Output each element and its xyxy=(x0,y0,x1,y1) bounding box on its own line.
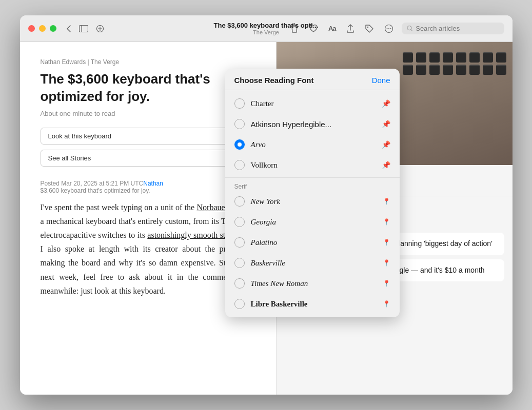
author-link[interactable]: Nathan xyxy=(143,180,163,187)
font-radio-librebaskerville xyxy=(234,299,245,309)
see-all-stories-button[interactable]: See all Stories xyxy=(41,150,255,167)
body-text-1: I've spent the past week typing on a uni… xyxy=(41,203,197,212)
font-item-tnr[interactable]: Times New Roman 📍 xyxy=(225,273,400,294)
pin-icon-baskerville: 📍 xyxy=(383,259,390,266)
font-item-newyork[interactable]: New York 📍 xyxy=(225,191,400,212)
back-button[interactable] xyxy=(65,23,73,34)
posted-text: Posted Mar 20, 2025 at 5:21 PM UTC xyxy=(41,180,144,187)
font-item-librebaskerville[interactable]: Libre Baskerville 📍 xyxy=(225,294,400,314)
font-picker-header: Choose Reading Font Done xyxy=(225,69,400,90)
article-read-time: About one minute to read xyxy=(41,110,255,117)
content-area: Nathan Edwards | The Verge The $3,600 ke… xyxy=(20,42,513,395)
font-radio-georgia xyxy=(234,217,245,227)
more-button[interactable] xyxy=(382,22,396,35)
nav-buttons xyxy=(65,23,106,34)
font-radio-atkinson xyxy=(234,119,245,129)
font-item-baskerville[interactable]: Baskerville 📍 xyxy=(225,253,400,273)
font-button[interactable]: Aa xyxy=(326,23,338,34)
font-name-tnr: Times New Roman xyxy=(251,279,383,288)
font-item-georgia[interactable]: Georgia 📍 xyxy=(225,212,400,232)
maximize-button[interactable] xyxy=(50,25,56,32)
pin-icon-atkinson: 📌 xyxy=(382,120,390,128)
font-picker-title: Choose Reading Font xyxy=(234,76,314,85)
article-posted: Posted Mar 20, 2025 at 5:21 PM UTCNathan… xyxy=(41,180,255,194)
svg-point-8 xyxy=(386,28,387,29)
font-list: Charter 📌 Atkinson Hyperlegible... 📌 Arv… xyxy=(225,90,400,317)
svg-point-7 xyxy=(388,28,389,29)
minimize-button[interactable] xyxy=(39,25,46,32)
tag-button[interactable] xyxy=(363,22,376,35)
article-headline: The $3,600 keyboard that's optimized for… xyxy=(41,71,255,106)
pin-icon-georgia: 📍 xyxy=(383,218,390,225)
font-item-vollkorn[interactable]: Vollkorn 📌 xyxy=(225,155,400,175)
font-name-charter: Charter xyxy=(251,99,382,108)
font-name-georgia: Georgia xyxy=(251,218,383,227)
font-icon-label: Aa xyxy=(328,25,336,32)
font-name-palatino: Palatino xyxy=(251,238,383,247)
traffic-lights xyxy=(28,25,56,32)
pin-icon-palatino: 📍 xyxy=(383,239,390,246)
window-article-source: The Verge xyxy=(214,29,319,35)
look-keyboard-button[interactable]: Look at this keyboard xyxy=(41,128,255,145)
pin-icon-charter: 📌 xyxy=(382,99,390,108)
window-title-area: The $3,600 keyboard that's opti... The V… xyxy=(214,22,319,35)
font-radio-baskerville xyxy=(234,258,245,268)
app-window: The $3,600 keyboard that's opti... The V… xyxy=(20,15,513,395)
font-radio-charter xyxy=(234,98,245,109)
done-button[interactable]: Done xyxy=(372,76,390,85)
pin-icon-librebaskerville: 📍 xyxy=(383,300,390,308)
search-icon xyxy=(407,25,413,32)
font-radio-arvo xyxy=(234,139,245,150)
font-name-arvo: Arvo xyxy=(251,140,382,149)
font-name-atkinson: Atkinson Hyperlegible... xyxy=(251,120,382,129)
font-item-arvo[interactable]: Arvo 📌 xyxy=(225,134,400,155)
font-name-newyork: New York xyxy=(251,197,383,206)
svg-point-5 xyxy=(367,26,368,27)
svg-line-11 xyxy=(411,30,412,31)
font-divider xyxy=(225,177,400,178)
font-name-librebaskerville: Libre Baskerville xyxy=(251,300,383,309)
body-text-3: . I also spoke at length with its creato… xyxy=(41,231,255,295)
window-article-title: The $3,600 keyboard that's opti... xyxy=(214,22,319,29)
titlebar: The $3,600 keyboard that's opti... The V… xyxy=(20,15,513,42)
font-picker-popup: Choose Reading Font Done Charter 📌 Atkin… xyxy=(225,69,400,317)
add-button[interactable] xyxy=(94,23,106,34)
font-item-atkinson[interactable]: Atkinson Hyperlegible... 📌 xyxy=(225,114,400,134)
pin-icon-vollkorn: 📌 xyxy=(382,161,390,169)
svg-rect-0 xyxy=(79,25,88,32)
sidebar-toggle-button[interactable] xyxy=(77,23,90,34)
font-radio-palatino xyxy=(234,237,245,248)
font-radio-vollkorn xyxy=(234,160,245,170)
svg-point-9 xyxy=(390,28,391,29)
article-meta: Nathan Edwards | The Verge xyxy=(41,58,255,66)
search-input[interactable] xyxy=(416,25,499,32)
toolbar-right: Aa xyxy=(288,22,504,35)
serif-section-label: Serif xyxy=(225,180,400,191)
pin-icon-newyork: 📍 xyxy=(383,198,390,205)
font-item-charter[interactable]: Charter 📌 xyxy=(225,93,400,114)
font-radio-newyork xyxy=(234,196,245,207)
font-item-palatino[interactable]: Palatino 📍 xyxy=(225,232,400,253)
article-snippet: $3,600 keyboard that's optimized for joy… xyxy=(41,187,150,194)
pin-icon-arvo: 📌 xyxy=(382,140,390,149)
font-name-vollkorn: Vollkorn xyxy=(251,161,382,170)
font-name-baskerville: Baskerville xyxy=(251,259,383,268)
share-button[interactable] xyxy=(344,22,357,35)
article-body: I've spent the past week typing on a uni… xyxy=(41,200,255,298)
font-radio-tnr xyxy=(234,278,245,289)
close-button[interactable] xyxy=(28,25,35,32)
search-bar[interactable] xyxy=(402,23,504,34)
pin-icon-tnr: 📍 xyxy=(383,280,390,287)
